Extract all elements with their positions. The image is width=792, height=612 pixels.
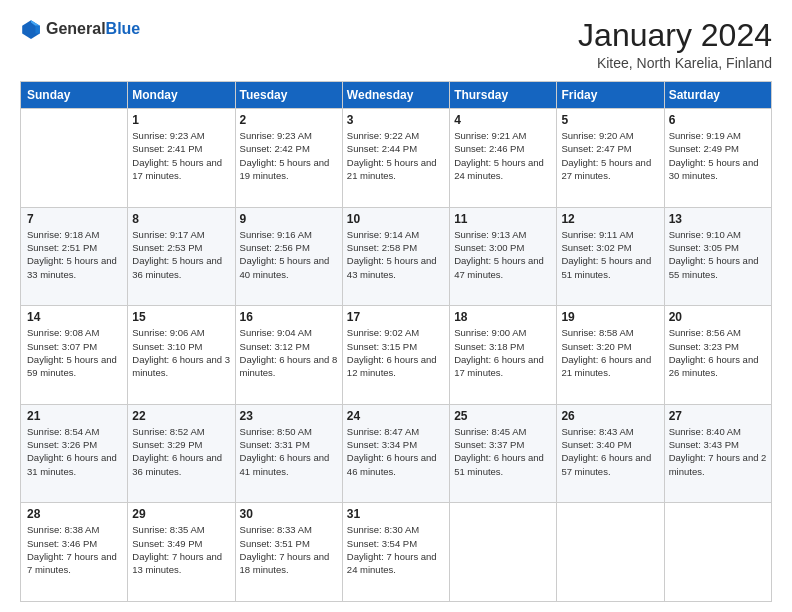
day-info: Sunrise: 9:16 AMSunset: 2:56 PMDaylight:… bbox=[240, 228, 338, 281]
col-header-saturday: Saturday bbox=[664, 82, 771, 109]
col-header-friday: Friday bbox=[557, 82, 664, 109]
header: General Blue January 2024 Kitee, North K… bbox=[20, 18, 772, 71]
calendar-cell: 4Sunrise: 9:21 AMSunset: 2:46 PMDaylight… bbox=[450, 109, 557, 208]
calendar-cell: 11Sunrise: 9:13 AMSunset: 3:00 PMDayligh… bbox=[450, 207, 557, 306]
calendar-cell: 22Sunrise: 8:52 AMSunset: 3:29 PMDayligh… bbox=[128, 404, 235, 503]
day-info: Sunrise: 8:30 AMSunset: 3:54 PMDaylight:… bbox=[347, 523, 445, 576]
day-number: 25 bbox=[454, 409, 552, 423]
day-number: 13 bbox=[669, 212, 767, 226]
calendar-cell: 9Sunrise: 9:16 AMSunset: 2:56 PMDaylight… bbox=[235, 207, 342, 306]
calendar-cell bbox=[450, 503, 557, 602]
day-number: 12 bbox=[561, 212, 659, 226]
day-number: 19 bbox=[561, 310, 659, 324]
calendar-week-5: 28Sunrise: 8:38 AMSunset: 3:46 PMDayligh… bbox=[21, 503, 772, 602]
day-number: 30 bbox=[240, 507, 338, 521]
day-info: Sunrise: 9:19 AMSunset: 2:49 PMDaylight:… bbox=[669, 129, 767, 182]
day-info: Sunrise: 8:58 AMSunset: 3:20 PMDaylight:… bbox=[561, 326, 659, 379]
logo-blue: Blue bbox=[106, 20, 141, 38]
day-info: Sunrise: 9:14 AMSunset: 2:58 PMDaylight:… bbox=[347, 228, 445, 281]
calendar-cell: 1Sunrise: 9:23 AMSunset: 2:41 PMDaylight… bbox=[128, 109, 235, 208]
day-info: Sunrise: 9:00 AMSunset: 3:18 PMDaylight:… bbox=[454, 326, 552, 379]
calendar-cell: 15Sunrise: 9:06 AMSunset: 3:10 PMDayligh… bbox=[128, 306, 235, 405]
day-number: 11 bbox=[454, 212, 552, 226]
day-number: 3 bbox=[347, 113, 445, 127]
day-info: Sunrise: 9:11 AMSunset: 3:02 PMDaylight:… bbox=[561, 228, 659, 281]
calendar-cell: 8Sunrise: 9:17 AMSunset: 2:53 PMDaylight… bbox=[128, 207, 235, 306]
col-header-monday: Monday bbox=[128, 82, 235, 109]
day-number: 16 bbox=[240, 310, 338, 324]
day-info: Sunrise: 9:22 AMSunset: 2:44 PMDaylight:… bbox=[347, 129, 445, 182]
day-number: 26 bbox=[561, 409, 659, 423]
day-info: Sunrise: 9:02 AMSunset: 3:15 PMDaylight:… bbox=[347, 326, 445, 379]
day-info: Sunrise: 8:35 AMSunset: 3:49 PMDaylight:… bbox=[132, 523, 230, 576]
day-number: 21 bbox=[27, 409, 123, 423]
calendar-cell: 2Sunrise: 9:23 AMSunset: 2:42 PMDaylight… bbox=[235, 109, 342, 208]
day-number: 6 bbox=[669, 113, 767, 127]
day-info: Sunrise: 8:38 AMSunset: 3:46 PMDaylight:… bbox=[27, 523, 123, 576]
day-info: Sunrise: 8:43 AMSunset: 3:40 PMDaylight:… bbox=[561, 425, 659, 478]
day-info: Sunrise: 9:23 AMSunset: 2:41 PMDaylight:… bbox=[132, 129, 230, 182]
day-info: Sunrise: 9:17 AMSunset: 2:53 PMDaylight:… bbox=[132, 228, 230, 281]
day-number: 24 bbox=[347, 409, 445, 423]
col-header-wednesday: Wednesday bbox=[342, 82, 449, 109]
logo-general: General bbox=[46, 20, 106, 38]
day-info: Sunrise: 8:54 AMSunset: 3:26 PMDaylight:… bbox=[27, 425, 123, 478]
day-number: 22 bbox=[132, 409, 230, 423]
calendar-cell: 19Sunrise: 8:58 AMSunset: 3:20 PMDayligh… bbox=[557, 306, 664, 405]
calendar-cell: 6Sunrise: 9:19 AMSunset: 2:49 PMDaylight… bbox=[664, 109, 771, 208]
day-number: 8 bbox=[132, 212, 230, 226]
day-number: 10 bbox=[347, 212, 445, 226]
col-header-sunday: Sunday bbox=[21, 82, 128, 109]
day-number: 4 bbox=[454, 113, 552, 127]
location-title: Kitee, North Karelia, Finland bbox=[578, 55, 772, 71]
day-info: Sunrise: 8:50 AMSunset: 3:31 PMDaylight:… bbox=[240, 425, 338, 478]
calendar-cell: 3Sunrise: 9:22 AMSunset: 2:44 PMDaylight… bbox=[342, 109, 449, 208]
day-number: 15 bbox=[132, 310, 230, 324]
logo: General Blue bbox=[20, 18, 140, 40]
day-number: 9 bbox=[240, 212, 338, 226]
calendar-cell: 21Sunrise: 8:54 AMSunset: 3:26 PMDayligh… bbox=[21, 404, 128, 503]
calendar-cell: 10Sunrise: 9:14 AMSunset: 2:58 PMDayligh… bbox=[342, 207, 449, 306]
calendar-cell: 7Sunrise: 9:18 AMSunset: 2:51 PMDaylight… bbox=[21, 207, 128, 306]
calendar-cell: 5Sunrise: 9:20 AMSunset: 2:47 PMDaylight… bbox=[557, 109, 664, 208]
day-number: 20 bbox=[669, 310, 767, 324]
day-number: 2 bbox=[240, 113, 338, 127]
calendar-cell: 20Sunrise: 8:56 AMSunset: 3:23 PMDayligh… bbox=[664, 306, 771, 405]
calendar-cell: 14Sunrise: 9:08 AMSunset: 3:07 PMDayligh… bbox=[21, 306, 128, 405]
day-info: Sunrise: 9:23 AMSunset: 2:42 PMDaylight:… bbox=[240, 129, 338, 182]
calendar-week-3: 14Sunrise: 9:08 AMSunset: 3:07 PMDayligh… bbox=[21, 306, 772, 405]
calendar-cell: 16Sunrise: 9:04 AMSunset: 3:12 PMDayligh… bbox=[235, 306, 342, 405]
calendar-cell: 12Sunrise: 9:11 AMSunset: 3:02 PMDayligh… bbox=[557, 207, 664, 306]
day-info: Sunrise: 8:56 AMSunset: 3:23 PMDaylight:… bbox=[669, 326, 767, 379]
logo-text: General Blue bbox=[46, 20, 140, 38]
calendar-header-row: SundayMondayTuesdayWednesdayThursdayFrid… bbox=[21, 82, 772, 109]
day-number: 5 bbox=[561, 113, 659, 127]
day-info: Sunrise: 8:45 AMSunset: 3:37 PMDaylight:… bbox=[454, 425, 552, 478]
calendar-cell bbox=[664, 503, 771, 602]
calendar-cell: 27Sunrise: 8:40 AMSunset: 3:43 PMDayligh… bbox=[664, 404, 771, 503]
day-number: 17 bbox=[347, 310, 445, 324]
calendar-cell: 26Sunrise: 8:43 AMSunset: 3:40 PMDayligh… bbox=[557, 404, 664, 503]
month-title: January 2024 bbox=[578, 18, 772, 53]
day-number: 23 bbox=[240, 409, 338, 423]
day-info: Sunrise: 9:21 AMSunset: 2:46 PMDaylight:… bbox=[454, 129, 552, 182]
day-info: Sunrise: 8:47 AMSunset: 3:34 PMDaylight:… bbox=[347, 425, 445, 478]
svg-marker-2 bbox=[35, 26, 39, 34]
day-number: 27 bbox=[669, 409, 767, 423]
calendar-cell: 17Sunrise: 9:02 AMSunset: 3:15 PMDayligh… bbox=[342, 306, 449, 405]
day-number: 14 bbox=[27, 310, 123, 324]
logo-icon bbox=[20, 18, 42, 40]
day-info: Sunrise: 9:13 AMSunset: 3:00 PMDaylight:… bbox=[454, 228, 552, 281]
day-number: 18 bbox=[454, 310, 552, 324]
day-info: Sunrise: 8:52 AMSunset: 3:29 PMDaylight:… bbox=[132, 425, 230, 478]
calendar-week-1: 1Sunrise: 9:23 AMSunset: 2:41 PMDaylight… bbox=[21, 109, 772, 208]
day-info: Sunrise: 9:06 AMSunset: 3:10 PMDaylight:… bbox=[132, 326, 230, 379]
col-header-tuesday: Tuesday bbox=[235, 82, 342, 109]
calendar-cell: 23Sunrise: 8:50 AMSunset: 3:31 PMDayligh… bbox=[235, 404, 342, 503]
calendar-cell: 29Sunrise: 8:35 AMSunset: 3:49 PMDayligh… bbox=[128, 503, 235, 602]
calendar-week-4: 21Sunrise: 8:54 AMSunset: 3:26 PMDayligh… bbox=[21, 404, 772, 503]
calendar-cell: 13Sunrise: 9:10 AMSunset: 3:05 PMDayligh… bbox=[664, 207, 771, 306]
day-number: 1 bbox=[132, 113, 230, 127]
calendar-cell: 28Sunrise: 8:38 AMSunset: 3:46 PMDayligh… bbox=[21, 503, 128, 602]
title-section: January 2024 Kitee, North Karelia, Finla… bbox=[578, 18, 772, 71]
